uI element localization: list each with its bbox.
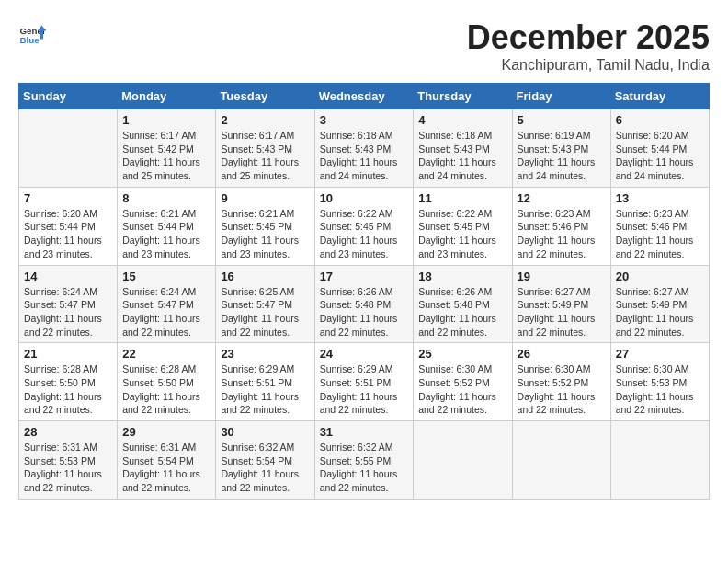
day-info: Sunrise: 6:24 AMSunset: 5:47 PMDaylight:… xyxy=(122,285,210,339)
calendar-cell: 10Sunrise: 6:22 AMSunset: 5:45 PMDayligh… xyxy=(314,187,414,265)
day-number: 18 xyxy=(418,270,506,283)
day-info: Sunrise: 6:17 AMSunset: 5:42 PMDaylight:… xyxy=(122,129,210,183)
page-header: General Blue December 2025 Kanchipuram, … xyxy=(18,18,710,74)
day-number: 11 xyxy=(418,191,506,205)
calendar-cell: 27Sunrise: 6:30 AMSunset: 5:53 PMDayligh… xyxy=(610,343,709,421)
day-info: Sunrise: 6:32 AMSunset: 5:54 PMDaylight:… xyxy=(221,441,309,495)
day-info: Sunrise: 6:26 AMSunset: 5:48 PMDaylight:… xyxy=(418,285,506,339)
day-number: 5 xyxy=(518,113,606,127)
day-info: Sunrise: 6:23 AMSunset: 5:46 PMDaylight:… xyxy=(616,207,704,261)
calendar-cell xyxy=(610,421,709,500)
calendar-table: SundayMondayTuesdayWednesdayThursdayFrid… xyxy=(18,83,710,500)
calendar-cell: 8Sunrise: 6:21 AMSunset: 5:44 PMDaylight… xyxy=(118,187,216,265)
day-info: Sunrise: 6:19 AMSunset: 5:43 PMDaylight:… xyxy=(518,129,606,183)
day-number: 22 xyxy=(122,347,210,361)
day-info: Sunrise: 6:18 AMSunset: 5:43 PMDaylight:… xyxy=(320,129,409,183)
day-number: 21 xyxy=(24,347,112,361)
weekday-header-sunday: Sunday xyxy=(19,84,118,109)
day-number: 12 xyxy=(518,191,606,205)
day-number: 1 xyxy=(122,113,210,127)
calendar-week-row: 7Sunrise: 6:20 AMSunset: 5:44 PMDaylight… xyxy=(19,187,710,265)
calendar-week-row: 28Sunrise: 6:31 AMSunset: 5:53 PMDayligh… xyxy=(19,421,710,500)
calendar-cell: 7Sunrise: 6:20 AMSunset: 5:44 PMDaylight… xyxy=(19,187,118,265)
day-info: Sunrise: 6:27 AMSunset: 5:49 PMDaylight:… xyxy=(616,285,704,339)
day-number: 4 xyxy=(418,113,506,127)
day-info: Sunrise: 6:20 AMSunset: 5:44 PMDaylight:… xyxy=(24,207,112,261)
day-info: Sunrise: 6:18 AMSunset: 5:43 PMDaylight:… xyxy=(418,129,506,183)
calendar-cell: 12Sunrise: 6:23 AMSunset: 5:46 PMDayligh… xyxy=(512,187,610,265)
location: Kanchipuram, Tamil Nadu, India xyxy=(467,57,710,74)
calendar-week-row: 14Sunrise: 6:24 AMSunset: 5:47 PMDayligh… xyxy=(19,265,710,343)
day-info: Sunrise: 6:28 AMSunset: 5:50 PMDaylight:… xyxy=(24,362,112,417)
calendar-cell: 16Sunrise: 6:25 AMSunset: 5:47 PMDayligh… xyxy=(216,265,314,343)
calendar-cell: 21Sunrise: 6:28 AMSunset: 5:50 PMDayligh… xyxy=(19,343,118,421)
day-number: 27 xyxy=(616,347,704,361)
calendar-cell: 26Sunrise: 6:30 AMSunset: 5:52 PMDayligh… xyxy=(512,343,610,421)
day-number: 25 xyxy=(418,347,506,361)
weekday-header-row: SundayMondayTuesdayWednesdayThursdayFrid… xyxy=(19,84,710,109)
calendar-cell: 24Sunrise: 6:29 AMSunset: 5:51 PMDayligh… xyxy=(314,343,414,421)
calendar-cell: 15Sunrise: 6:24 AMSunset: 5:47 PMDayligh… xyxy=(118,265,216,343)
day-info: Sunrise: 6:31 AMSunset: 5:54 PMDaylight:… xyxy=(122,441,210,495)
weekday-header-friday: Friday xyxy=(512,84,610,109)
day-info: Sunrise: 6:21 AMSunset: 5:45 PMDaylight:… xyxy=(221,207,309,261)
day-info: Sunrise: 6:22 AMSunset: 5:45 PMDaylight:… xyxy=(320,207,409,261)
day-info: Sunrise: 6:26 AMSunset: 5:48 PMDaylight:… xyxy=(320,285,409,339)
weekday-header-thursday: Thursday xyxy=(414,84,512,109)
day-info: Sunrise: 6:25 AMSunset: 5:47 PMDaylight:… xyxy=(221,285,309,339)
day-number: 24 xyxy=(320,347,409,361)
day-number: 28 xyxy=(24,425,112,439)
day-number: 14 xyxy=(24,270,112,283)
logo: General Blue xyxy=(18,18,46,46)
day-info: Sunrise: 6:20 AMSunset: 5:44 PMDaylight:… xyxy=(616,129,704,183)
day-number: 7 xyxy=(24,191,112,205)
day-number: 9 xyxy=(221,191,309,205)
logo-icon: General Blue xyxy=(18,18,46,46)
weekday-header-wednesday: Wednesday xyxy=(314,84,414,109)
day-info: Sunrise: 6:27 AMSunset: 5:49 PMDaylight:… xyxy=(518,285,606,339)
day-info: Sunrise: 6:21 AMSunset: 5:44 PMDaylight:… xyxy=(122,207,210,261)
day-info: Sunrise: 6:30 AMSunset: 5:53 PMDaylight:… xyxy=(616,362,704,417)
day-info: Sunrise: 6:29 AMSunset: 5:51 PMDaylight:… xyxy=(320,362,409,417)
calendar-cell: 9Sunrise: 6:21 AMSunset: 5:45 PMDaylight… xyxy=(216,187,314,265)
day-info: Sunrise: 6:30 AMSunset: 5:52 PMDaylight:… xyxy=(518,362,606,417)
day-info: Sunrise: 6:30 AMSunset: 5:52 PMDaylight:… xyxy=(418,362,506,417)
day-info: Sunrise: 6:17 AMSunset: 5:43 PMDaylight:… xyxy=(221,129,309,183)
calendar-cell: 2Sunrise: 6:17 AMSunset: 5:43 PMDaylight… xyxy=(216,109,314,188)
day-number: 6 xyxy=(616,113,704,127)
calendar-cell xyxy=(414,421,512,500)
calendar-cell: 6Sunrise: 6:20 AMSunset: 5:44 PMDaylight… xyxy=(610,109,709,188)
day-number: 20 xyxy=(616,270,704,283)
day-number: 30 xyxy=(221,425,309,439)
day-info: Sunrise: 6:28 AMSunset: 5:50 PMDaylight:… xyxy=(122,362,210,417)
day-number: 10 xyxy=(320,191,409,205)
day-number: 3 xyxy=(320,113,409,127)
calendar-week-row: 1Sunrise: 6:17 AMSunset: 5:42 PMDaylight… xyxy=(19,109,710,188)
calendar-cell xyxy=(512,421,610,500)
title-block: December 2025 Kanchipuram, Tamil Nadu, I… xyxy=(467,18,710,74)
weekday-header-monday: Monday xyxy=(118,84,216,109)
day-info: Sunrise: 6:22 AMSunset: 5:45 PMDaylight:… xyxy=(418,207,506,261)
calendar-cell: 11Sunrise: 6:22 AMSunset: 5:45 PMDayligh… xyxy=(414,187,512,265)
month-title: December 2025 xyxy=(467,18,710,57)
day-number: 23 xyxy=(221,347,309,361)
day-info: Sunrise: 6:29 AMSunset: 5:51 PMDaylight:… xyxy=(221,362,309,417)
calendar-cell: 14Sunrise: 6:24 AMSunset: 5:47 PMDayligh… xyxy=(19,265,118,343)
day-number: 13 xyxy=(616,191,704,205)
day-number: 29 xyxy=(122,425,210,439)
day-number: 16 xyxy=(221,270,309,283)
calendar-cell: 13Sunrise: 6:23 AMSunset: 5:46 PMDayligh… xyxy=(610,187,709,265)
day-info: Sunrise: 6:23 AMSunset: 5:46 PMDaylight:… xyxy=(518,207,606,261)
calendar-cell: 31Sunrise: 6:32 AMSunset: 5:55 PMDayligh… xyxy=(314,421,414,500)
calendar-cell: 22Sunrise: 6:28 AMSunset: 5:50 PMDayligh… xyxy=(118,343,216,421)
calendar-cell: 28Sunrise: 6:31 AMSunset: 5:53 PMDayligh… xyxy=(19,421,118,500)
day-info: Sunrise: 6:31 AMSunset: 5:53 PMDaylight:… xyxy=(24,441,112,495)
calendar-cell: 23Sunrise: 6:29 AMSunset: 5:51 PMDayligh… xyxy=(216,343,314,421)
calendar-cell: 25Sunrise: 6:30 AMSunset: 5:52 PMDayligh… xyxy=(414,343,512,421)
day-number: 19 xyxy=(518,270,606,283)
weekday-header-saturday: Saturday xyxy=(610,84,709,109)
svg-text:Blue: Blue xyxy=(20,35,40,45)
weekday-header-tuesday: Tuesday xyxy=(216,84,314,109)
calendar-cell: 3Sunrise: 6:18 AMSunset: 5:43 PMDaylight… xyxy=(314,109,414,188)
day-number: 17 xyxy=(320,270,409,283)
